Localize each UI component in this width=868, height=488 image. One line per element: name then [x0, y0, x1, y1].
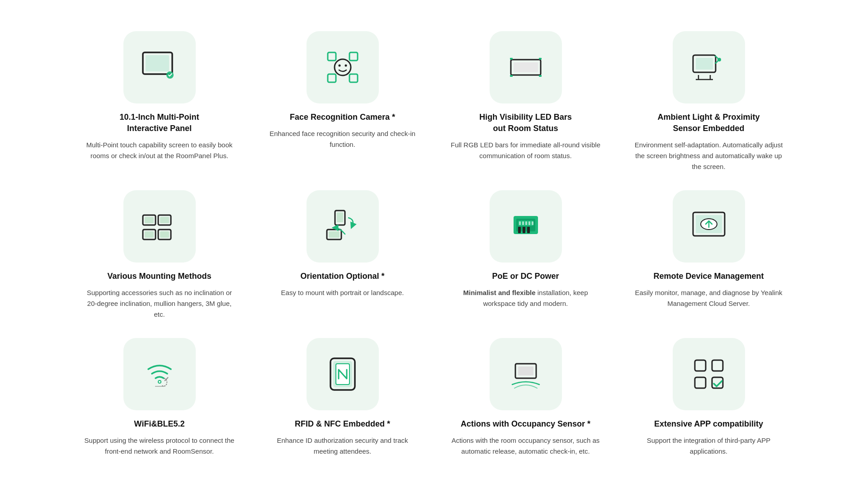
feature-card-wifi-ble: WiFi&BLE5.2Support using the wireless pr… [81, 338, 237, 457]
svg-rect-58 [695, 360, 706, 371]
led-bars-title: High Visibility LED Bars out Room Status [479, 112, 572, 134]
features-grid: 10.1-Inch Multi-Point Interactive PanelM… [81, 13, 787, 475]
occupancy-desc: Actions with the room occupancy sensor, … [448, 435, 604, 457]
svg-point-8 [338, 64, 340, 66]
svg-rect-40 [519, 221, 521, 225]
svg-rect-15 [539, 75, 542, 77]
wifi-ble-desc: Support using the wireless protocol to c… [81, 435, 237, 457]
orientation-desc: Easy to mount with portrait or landscape… [281, 287, 404, 298]
svg-point-7 [335, 59, 351, 75]
svg-rect-12 [510, 58, 513, 60]
svg-rect-1 [146, 55, 169, 71]
svg-rect-31 [337, 212, 343, 222]
multi-point-panel-icon-box [123, 31, 196, 103]
face-recognition-desc: Enhanced face recognition security and c… [264, 128, 420, 150]
rfid-nfc-icon-box [307, 338, 379, 410]
multi-point-panel-title: 10.1-Inch Multi-Point Interactive Panel [119, 112, 199, 134]
face-recognition-icon-box [307, 31, 379, 103]
svg-rect-43 [528, 221, 530, 225]
face-recognition-title: Face Recognition Camera * [290, 112, 395, 123]
wifi-ble-icon-box [123, 338, 196, 410]
mounting-desc: Supporting accessories such as no inclin… [81, 287, 237, 320]
svg-rect-36 [518, 227, 521, 233]
svg-rect-11 [514, 62, 538, 72]
orientation-title: Orientation Optional * [300, 271, 384, 282]
feature-card-occupancy: Actions with Occupancy Sensor *Actions w… [448, 338, 604, 457]
rfid-nfc-desc: Enhance ID authorization security and tr… [264, 435, 420, 457]
svg-rect-6 [349, 74, 358, 82]
svg-rect-37 [523, 227, 525, 233]
svg-rect-13 [539, 58, 542, 60]
svg-rect-33 [329, 231, 340, 238]
remote-mgmt-desc: Easily monitor, manage, and diagnose by … [631, 287, 787, 309]
wifi-ble-title: WiFi&BLE5.2 [134, 418, 185, 430]
led-bars-icon-box [490, 31, 562, 103]
svg-rect-41 [522, 221, 524, 225]
svg-rect-42 [525, 221, 527, 225]
feature-card-remote-mgmt: Remote Device ManagementEasily monitor, … [631, 190, 787, 320]
mounting-title: Various Mounting Methods [108, 271, 212, 282]
svg-rect-29 [160, 231, 169, 238]
ambient-sensor-desc: Environment self-adaptation. Automatical… [631, 140, 787, 172]
poe-power-icon-box [490, 190, 562, 263]
svg-rect-44 [532, 221, 533, 225]
svg-point-9 [344, 64, 347, 66]
mounting-icon-box [123, 190, 196, 263]
app-compat-desc: Support the integration of third-party A… [631, 435, 787, 457]
svg-rect-27 [145, 231, 154, 238]
app-compat-icon-box [673, 338, 745, 410]
multi-point-panel-desc: Multi-Point touch capability screen to e… [81, 140, 237, 161]
rfid-nfc-title: RFID & NFC Embedded * [295, 418, 390, 430]
feature-card-multi-point-panel: 10.1-Inch Multi-Point Interactive PanelM… [81, 31, 237, 172]
svg-rect-4 [349, 52, 358, 61]
orientation-icon-box [307, 190, 379, 263]
feature-card-orientation: Orientation Optional *Easy to mount with… [264, 190, 420, 320]
poe-power-desc: Minimalist and flexible installation, ke… [448, 287, 604, 309]
feature-card-poe-power: PoE or DC PowerMinimalist and flexible i… [448, 190, 604, 320]
feature-card-ambient-sensor: Ambient Light & Proximity Sensor Embedde… [631, 31, 787, 172]
feature-card-rfid-nfc: RFID & NFC Embedded *Enhance ID authoriz… [264, 338, 420, 457]
feature-card-app-compat: Extensive APP compatibilitySupport the i… [631, 338, 787, 457]
poe-power-title: PoE or DC Power [492, 271, 559, 282]
svg-rect-3 [328, 52, 336, 61]
svg-rect-5 [328, 74, 336, 82]
ambient-sensor-icon-box [673, 31, 745, 103]
svg-rect-59 [712, 360, 723, 371]
svg-rect-60 [695, 377, 706, 388]
svg-rect-38 [527, 227, 530, 233]
feature-card-led-bars: High Visibility LED Bars out Room Status… [448, 31, 604, 172]
remote-mgmt-title: Remote Device Management [653, 271, 764, 282]
svg-rect-17 [696, 58, 713, 70]
remote-mgmt-icon-box [673, 190, 745, 263]
feature-card-face-recognition: Face Recognition Camera *Enhanced face r… [264, 31, 420, 172]
svg-rect-23 [145, 217, 154, 223]
occupancy-title: Actions with Occupancy Sensor * [461, 418, 590, 430]
svg-rect-25 [160, 217, 169, 223]
app-compat-title: Extensive APP compatibility [654, 418, 763, 430]
svg-rect-14 [510, 75, 513, 77]
svg-rect-57 [518, 366, 533, 375]
led-bars-desc: Full RGB LED bars for immediate all-roun… [448, 140, 604, 161]
feature-card-mounting: Various Mounting MethodsSupporting acces… [81, 190, 237, 320]
occupancy-icon-box [490, 338, 562, 410]
ambient-sensor-title: Ambient Light & Proximity Sensor Embedde… [657, 112, 760, 134]
svg-point-52 [159, 381, 160, 383]
